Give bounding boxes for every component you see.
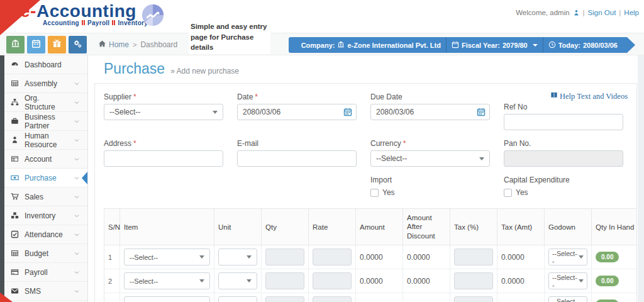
sidebar-item-label: Account bbox=[25, 155, 69, 164]
column-header-amount: Amount bbox=[356, 209, 403, 245]
sidebar: DashboardAssemblyOrg. StructureBusiness … bbox=[0, 55, 88, 302]
required-asterisk: * bbox=[403, 139, 406, 148]
item-select[interactable]: --Select-- bbox=[124, 249, 210, 266]
quick-button-bank[interactable] bbox=[6, 36, 25, 53]
quick-button-calendar[interactable] bbox=[27, 36, 45, 53]
right-gutter bbox=[638, 55, 644, 302]
person-icon bbox=[11, 136, 19, 144]
sidebar-item-attendance[interactable]: Attendance bbox=[0, 225, 87, 244]
sidebar-item-payroll[interactable]: Payroll bbox=[0, 263, 87, 282]
fiscal-label: Fiscal Year: bbox=[462, 42, 500, 49]
sidebar-item-label: Assembly bbox=[25, 79, 69, 88]
required-asterisk: * bbox=[133, 139, 136, 148]
qty-input bbox=[265, 296, 304, 302]
sidebar-item-account[interactable]: Account bbox=[0, 150, 87, 169]
breadcrumb-home-link[interactable]: Home bbox=[98, 40, 129, 50]
unit-select[interactable] bbox=[218, 296, 257, 302]
sidebar-item-dashboard[interactable]: Dashboard bbox=[0, 55, 87, 74]
breadcrumb: Home > Dashboard bbox=[98, 40, 177, 50]
supplier-select[interactable]: --Select-- bbox=[104, 104, 223, 120]
due-date-label: Due Date bbox=[370, 92, 402, 101]
tax-amount-value: 0.0000 bbox=[501, 253, 525, 262]
email-input[interactable] bbox=[237, 150, 357, 167]
capital-expenditure-checkbox-label: Yes bbox=[516, 188, 528, 197]
chevron-down-icon bbox=[74, 269, 80, 276]
item-row-2: 2--Select--0.00000.00000.0000--Select--0… bbox=[104, 269, 637, 293]
qty-in-hand-badge: 0.00 bbox=[596, 299, 619, 302]
sidebar-item-label: Human Resource bbox=[25, 131, 69, 149]
sidebar-item-purchase[interactable]: Purchase bbox=[0, 169, 87, 187]
import-checkbox[interactable] bbox=[370, 189, 379, 197]
company-segment: Company: e-Zone International Pvt. Ltd bbox=[296, 37, 446, 53]
item-select[interactable]: --Select-- bbox=[124, 296, 210, 302]
subheader-bar: Home > Dashboard Company: e-Zone Interna… bbox=[0, 33, 644, 55]
quick-button-gift[interactable] bbox=[48, 36, 66, 53]
pan-no-field: Pan No. bbox=[504, 139, 623, 167]
unit-select[interactable] bbox=[218, 249, 257, 266]
date-label: Date bbox=[237, 92, 253, 101]
sidebar-item-sms[interactable]: SMS bbox=[0, 282, 87, 301]
sidebar-item-sales[interactable]: Sales bbox=[0, 187, 87, 206]
sidebar-item-business-partner[interactable]: Business Partner bbox=[0, 112, 87, 131]
chevron-down-icon bbox=[533, 44, 538, 47]
godown-select[interactable]: --Select-- bbox=[548, 272, 587, 289]
gauge-icon bbox=[11, 60, 19, 69]
chevron-down-icon bbox=[74, 175, 80, 181]
column-header-s-n: S/N bbox=[104, 209, 120, 245]
chevron-down-icon bbox=[74, 288, 80, 294]
company-label: Company: bbox=[301, 42, 335, 49]
left-edge-strip bbox=[0, 55, 4, 302]
page-title-text: Purchase bbox=[104, 60, 165, 77]
column-header-amount-after-discount: Amount After Discount bbox=[403, 209, 450, 245]
column-header-qty-in-hand: Qty In Hand bbox=[592, 209, 637, 245]
page-subtitle: » Add new purchase bbox=[170, 67, 239, 76]
card-icon bbox=[11, 268, 19, 276]
ref-no-input[interactable] bbox=[504, 114, 623, 130]
tagline-separator bbox=[112, 20, 115, 25]
due-date-field: Due Date bbox=[370, 92, 490, 130]
quick-button-cogs[interactable] bbox=[69, 36, 87, 53]
logo-tagline: AccountingPayrollInventory bbox=[43, 20, 148, 26]
qty-in-hand-badge: 0.00 bbox=[596, 252, 619, 262]
godown-select[interactable]: --Select-- bbox=[548, 249, 587, 266]
sidebar-item-inventory[interactable]: Inventory bbox=[0, 206, 87, 225]
email-label: E-mail bbox=[237, 139, 258, 148]
address-input[interactable] bbox=[104, 150, 223, 167]
chevron-down-icon bbox=[74, 118, 80, 125]
ref-no-label: Ref No bbox=[504, 103, 527, 111]
column-header-godown: Godown bbox=[545, 209, 592, 245]
unit-select[interactable] bbox=[218, 272, 257, 289]
caret-down-icon bbox=[479, 157, 484, 160]
today-segment: Today: 2080/03/06 bbox=[543, 37, 623, 53]
column-header-qty: Qty bbox=[262, 209, 309, 245]
date-input[interactable] bbox=[237, 104, 357, 120]
rate-input bbox=[313, 296, 352, 302]
sidebar-item-human-resource[interactable]: Human Resource bbox=[0, 131, 87, 150]
due-date-input[interactable] bbox=[370, 104, 490, 120]
help-link-top[interactable]: Help bbox=[624, 9, 639, 16]
capital-expenditure-checkbox[interactable] bbox=[504, 189, 512, 197]
sn-value: 2 bbox=[108, 277, 112, 285]
sign-out-link[interactable]: Sign Out bbox=[588, 9, 616, 16]
sidebar-menu: DashboardAssemblyOrg. StructureBusiness … bbox=[0, 55, 87, 301]
currency-select[interactable]: --Select-- bbox=[370, 150, 490, 167]
caret-down-icon bbox=[199, 255, 204, 259]
godown-select[interactable]: --Select-- bbox=[548, 296, 587, 302]
page-help-tooltip: Simple and easy entry page for Purchase … bbox=[189, 20, 270, 54]
help-text-videos-link[interactable]: Help Text and Videos bbox=[550, 91, 628, 101]
import-label: Import bbox=[370, 176, 392, 184]
sidebar-item-assembly[interactable]: Assembly bbox=[0, 74, 87, 93]
sidebar-item-budget[interactable]: Budget bbox=[0, 244, 87, 263]
tax-percent-input bbox=[454, 249, 493, 266]
chevron-down-icon bbox=[74, 99, 80, 106]
today-value: 2080/03/06 bbox=[583, 42, 618, 49]
home-icon bbox=[98, 40, 106, 50]
active-item-marker bbox=[82, 172, 87, 184]
fiscal-year-dropdown[interactable]: Fiscal Year: 2079/80 bbox=[446, 37, 543, 53]
sidebar-item-org-structure[interactable]: Org. Structure bbox=[0, 93, 87, 112]
tagline-separator bbox=[82, 20, 85, 25]
item-select[interactable]: --Select-- bbox=[124, 272, 210, 289]
table-icon bbox=[11, 249, 19, 257]
tax-amount-value: 0.0000 bbox=[501, 277, 525, 286]
app-header: e-Accounting AccountingPayrollInventory … bbox=[0, 0, 644, 33]
